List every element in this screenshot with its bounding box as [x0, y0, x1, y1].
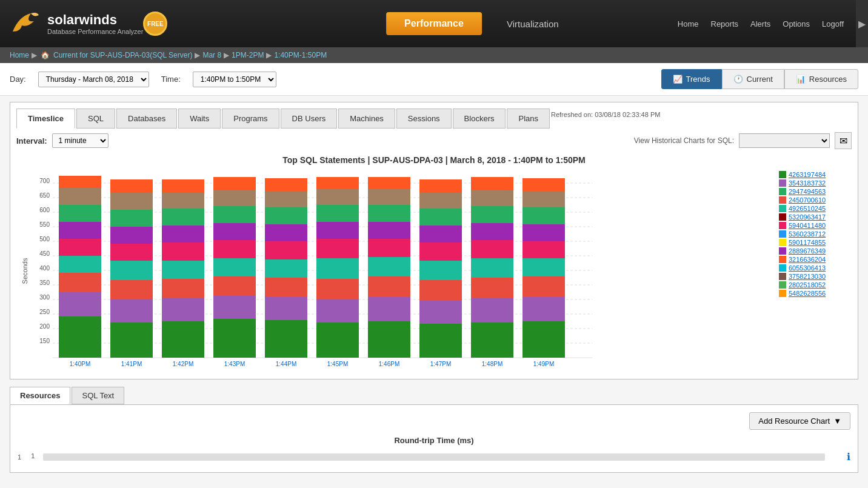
breadcrumb-time1[interactable]: 1PM-2PM — [232, 51, 264, 59]
breadcrumb-home[interactable]: Home — [10, 51, 29, 59]
legend-label-4[interactable]: 2450700610 — [789, 196, 826, 204]
tab-sql[interactable]: SQL — [76, 109, 115, 129]
svg-rect-116 — [522, 297, 565, 321]
day-select[interactable]: Thursday - March 08, 2018 — [38, 72, 149, 87]
legend-label-6[interactable]: 5320963417 — [789, 213, 826, 221]
tab-timeslice[interactable]: Timeslice — [16, 109, 75, 129]
virtualization-button[interactable]: Virtualization — [507, 19, 559, 29]
time-select[interactable]: 1:40PM to 1:50PM — [193, 72, 276, 87]
bar-group-10[interactable]: 1:49PM — [522, 178, 565, 367]
legend-item-6: 5320963417 — [779, 213, 852, 221]
legend-color-12 — [779, 264, 786, 272]
svg-rect-80 — [316, 222, 359, 239]
legend-color-13 — [779, 273, 786, 280]
svg-rect-26 — [59, 292, 101, 316]
add-resource-label: Add Resource Chart — [758, 416, 830, 426]
legend-label-13[interactable]: 3758213030 — [789, 273, 826, 280]
legend-item-12: 6055306413 — [779, 264, 852, 272]
nav-reports[interactable]: Reports — [711, 19, 739, 28]
breadcrumb-sep1: ▶ — [32, 51, 37, 59]
legend-label-11[interactable]: 3216636204 — [789, 256, 826, 263]
tab-dbusers[interactable]: DB Users — [281, 109, 338, 129]
svg-rect-90 — [368, 222, 410, 239]
svg-rect-67 — [265, 278, 307, 297]
tab-machines[interactable]: Machines — [338, 109, 395, 129]
legend-label-5[interactable]: 4926510245 — [789, 205, 826, 212]
legend-item-3: 2947494563 — [779, 188, 852, 195]
resources-button[interactable]: 📊 Resources — [784, 69, 858, 89]
legend-color-15 — [779, 290, 786, 297]
tab-databases[interactable]: Databases — [116, 109, 177, 129]
svg-text:1:41PM: 1:41PM — [121, 361, 142, 367]
bar-group-5[interactable]: 1:44PM — [265, 178, 307, 367]
legend-label-7[interactable]: 5940411480 — [789, 222, 826, 229]
svg-rect-85 — [368, 321, 410, 358]
bar-group-9[interactable]: 1:48PM — [471, 177, 513, 367]
svg-rect-100 — [419, 226, 462, 242]
legend-label-14[interactable]: 2802518052 — [789, 281, 826, 289]
svg-rect-98 — [419, 261, 462, 280]
refresh-info: Refreshed on: 03/08/18 02:33:48 PM — [551, 109, 660, 121]
legend-label-3[interactable]: 2947494563 — [789, 188, 826, 195]
nav-alerts[interactable]: Alerts — [750, 19, 770, 28]
bar-group-2[interactable]: 1:41PM — [110, 179, 153, 367]
performance-button[interactable]: Performance — [386, 12, 482, 35]
svg-text:1:40PM: 1:40PM — [70, 361, 90, 367]
tab-waits[interactable]: Waits — [178, 109, 221, 129]
bottom-tab-resources[interactable]: Resources — [10, 387, 70, 404]
breadcrumb-mar8[interactable]: Mar 8 — [202, 51, 221, 59]
svg-text:600: 600 — [39, 207, 50, 213]
historical-sql-select[interactable] — [739, 133, 830, 148]
legend-label-8[interactable]: 5360238712 — [789, 230, 826, 238]
main-content: Timeslice SQL Databases Waits Programs D… — [0, 96, 868, 488]
interval-select[interactable]: 1 minute5 minutes10 minutes — [52, 133, 109, 148]
svg-rect-70 — [265, 224, 307, 241]
current-button[interactable]: 🕐 Current — [722, 69, 784, 89]
svg-rect-77 — [316, 279, 359, 299]
svg-rect-59 — [213, 240, 256, 258]
trends-button[interactable]: 📈 Trends — [661, 69, 722, 89]
legend-item-11: 3216636204 — [779, 256, 852, 263]
bar-group-3[interactable]: 1:42PM — [162, 179, 204, 367]
legend-label-12[interactable]: 6055306413 — [789, 264, 826, 272]
svg-rect-82 — [316, 189, 359, 205]
tab-programs[interactable]: Programs — [222, 109, 279, 129]
tab-plans[interactable]: Plans — [507, 109, 550, 129]
legend-label-15[interactable]: 5482628556 — [789, 290, 826, 297]
nav-logoff[interactable]: Logoff — [822, 19, 844, 28]
round-trip-title: Round-trip Time (ms) — [18, 436, 850, 445]
breadcrumb-current[interactable]: Current for SUP-AUS-DPA-03(SQL Server) — [53, 51, 192, 59]
bar-group-4[interactable]: 1:43PM — [213, 177, 256, 367]
bar-group-1[interactable]: 1:40PM — [59, 176, 101, 367]
tab-blockers[interactable]: Blockers — [453, 109, 506, 129]
breadcrumb-sep4: ▶ — [266, 51, 272, 59]
svg-rect-79 — [316, 239, 359, 258]
svg-rect-28 — [59, 256, 101, 273]
logo-area: solarwinds Database Performance Analyzer — [10, 10, 143, 38]
nav-options[interactable]: Options — [783, 19, 810, 28]
mail-button[interactable]: ✉ — [835, 132, 852, 149]
svg-text:1:44PM: 1:44PM — [276, 361, 296, 367]
svg-rect-102 — [419, 193, 462, 209]
bottom-tab-sql-text[interactable]: SQL Text — [72, 387, 124, 404]
legend-label-2[interactable]: 3543183732 — [789, 179, 826, 187]
nav-home[interactable]: Home — [678, 19, 699, 28]
breadcrumb-sep3: ▶ — [224, 51, 229, 59]
svg-rect-83 — [316, 177, 359, 189]
breadcrumb-time2[interactable]: 1:40PM-1:50PM — [274, 51, 327, 59]
trends-icon: 📈 — [673, 75, 683, 84]
legend-label-1[interactable]: 4263197484 — [789, 171, 826, 178]
bar-group-6[interactable]: 1:45PM — [316, 177, 359, 367]
legend-label-10[interactable]: 2889676349 — [789, 247, 826, 255]
legend-label-9[interactable]: 5901174855 — [789, 239, 826, 246]
bar-group-7[interactable]: 1:46PM — [368, 177, 410, 367]
brand-name: solarwinds — [47, 12, 143, 28]
svg-text:200: 200 — [39, 323, 50, 330]
logo-bird-icon — [10, 10, 40, 38]
info-icon[interactable]: ℹ — [847, 451, 850, 463]
tab-sessions[interactable]: Sessions — [396, 109, 452, 129]
svg-rect-108 — [471, 258, 513, 278]
legend-color-9 — [779, 239, 786, 246]
add-resource-button[interactable]: Add Resource Chart ▼ — [749, 412, 850, 430]
bar-group-8[interactable]: 1:47PM — [419, 179, 462, 367]
